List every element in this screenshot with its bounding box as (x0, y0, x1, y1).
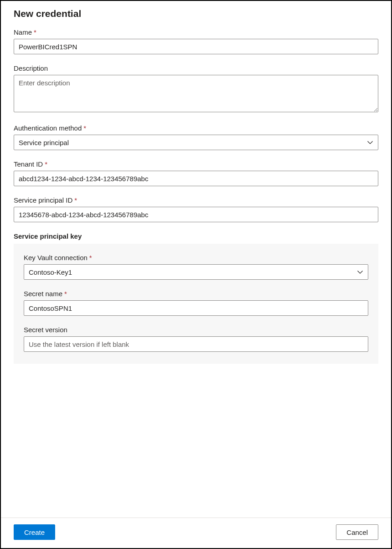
field-description: Description (14, 64, 378, 114)
required-mark: * (74, 196, 77, 204)
spn-key-group-label: Service principal key (14, 232, 378, 240)
kv-connection-select[interactable]: Contoso-Key1 (24, 264, 368, 280)
spn-key-group: Key Vault connection* Contoso-Key1 Secre… (14, 244, 378, 364)
name-input[interactable] (14, 39, 378, 54)
spn-id-label: Service principal ID* (14, 196, 77, 204)
spn-id-label-text: Service principal ID (14, 196, 72, 204)
pane-footer: Create Cancel (1, 518, 391, 548)
field-name: Name* (14, 28, 378, 54)
description-textarea[interactable] (14, 75, 378, 112)
secret-name-label: Secret name* (24, 290, 67, 298)
secret-name-input[interactable] (24, 300, 368, 316)
chevron-down-icon (367, 139, 373, 146)
field-spn-id: Service principal ID* (14, 196, 378, 222)
required-mark: * (89, 254, 92, 261)
required-mark: * (45, 160, 47, 168)
cancel-button[interactable]: Cancel (336, 524, 378, 540)
description-label: Description (14, 64, 48, 72)
required-mark: * (64, 290, 67, 298)
create-button[interactable]: Create (14, 524, 55, 540)
kv-connection-label-text: Key Vault connection (24, 254, 88, 261)
auth-method-label-text: Authentication method (14, 124, 82, 132)
secret-version-input[interactable] (24, 336, 368, 352)
tenant-id-label: Tenant ID* (14, 160, 47, 168)
field-auth-method: Authentication method* Service principal (14, 124, 378, 150)
field-secret-name: Secret name* (24, 290, 368, 316)
field-kv-connection: Key Vault connection* Contoso-Key1 (24, 254, 368, 280)
required-mark: * (34, 28, 36, 36)
chevron-down-icon (357, 269, 363, 275)
name-label-text: Name (14, 28, 32, 36)
auth-method-value: Service principal (19, 139, 69, 146)
secret-name-label-text: Secret name (24, 290, 62, 298)
tenant-id-label-text: Tenant ID (14, 160, 43, 168)
auth-method-label: Authentication method* (14, 124, 86, 132)
pane-title: New credential (14, 8, 378, 19)
kv-connection-label: Key Vault connection* (24, 254, 92, 261)
kv-connection-value: Contoso-Key1 (29, 268, 72, 276)
new-credential-pane: New credential Name* Description Authent… (1, 1, 391, 518)
auth-method-select[interactable]: Service principal (14, 135, 378, 150)
tenant-id-input[interactable] (14, 171, 378, 186)
field-secret-version: Secret version (24, 326, 368, 352)
spn-id-input[interactable] (14, 207, 378, 222)
field-tenant-id: Tenant ID* (14, 160, 378, 186)
required-mark: * (83, 124, 86, 132)
name-label: Name* (14, 28, 36, 36)
secret-version-label: Secret version (24, 326, 67, 334)
